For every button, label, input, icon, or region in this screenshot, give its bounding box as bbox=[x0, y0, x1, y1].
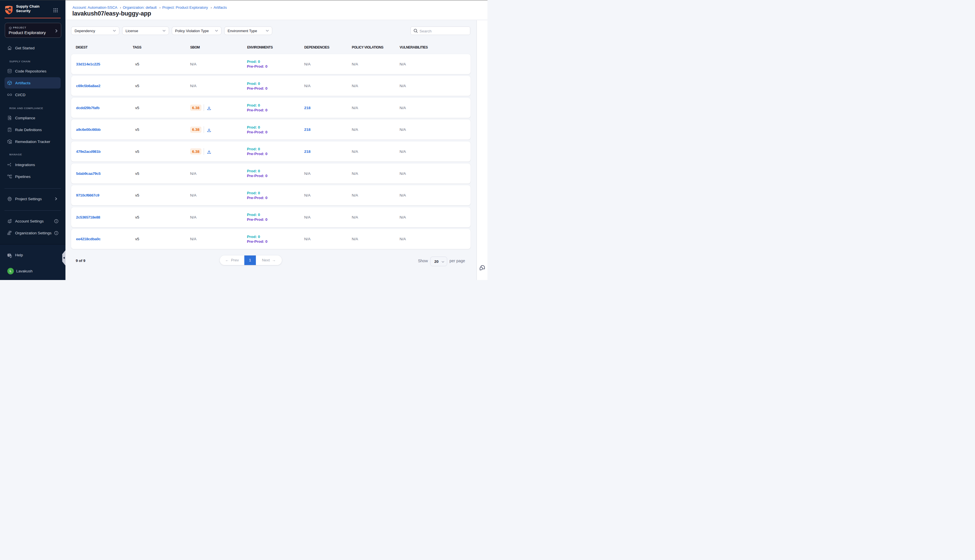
svg-text:?: ? bbox=[8, 253, 10, 256]
